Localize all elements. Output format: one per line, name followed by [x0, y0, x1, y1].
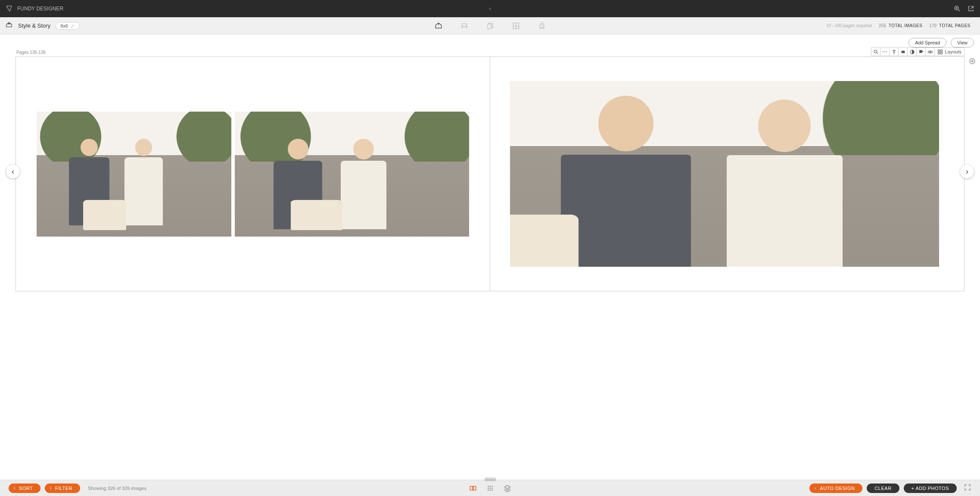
mode-label: Style & Story	[18, 22, 50, 29]
svg-rect-2	[462, 24, 467, 27]
tag-tool[interactable]	[916, 47, 926, 56]
collapse-down-icon[interactable]: ▼	[488, 6, 492, 11]
svg-rect-12	[941, 52, 943, 54]
photo-slot[interactable]	[37, 112, 231, 237]
album-size-pill[interactable]: 8x6	[56, 22, 80, 30]
layouts-button[interactable]: Layouts	[934, 47, 964, 56]
pencil-icon	[71, 24, 75, 28]
pages-label: Pages 135-136	[16, 50, 964, 55]
nav-stamp-icon[interactable]	[538, 22, 546, 30]
rect-tool[interactable]	[898, 47, 908, 56]
canvas: ⋯ T Layouts Pages 135-136	[0, 47, 980, 296]
contrast-tool[interactable]	[907, 47, 917, 56]
right-page[interactable]	[490, 57, 964, 291]
svg-point-1	[956, 7, 957, 9]
photo-slot[interactable]	[510, 81, 939, 267]
eye-tool[interactable]	[925, 47, 935, 56]
app-name: FUNDY DESIGNER	[17, 6, 63, 12]
view-button[interactable]: View	[951, 38, 974, 47]
svg-rect-3	[488, 24, 491, 28]
next-spread-button[interactable]: ›	[960, 165, 974, 178]
nav-layout-icon[interactable]	[512, 22, 520, 30]
action-row: Add Spread View	[0, 34, 980, 47]
nav-furniture-icon[interactable]	[460, 22, 469, 30]
left-page[interactable]	[16, 57, 490, 291]
subbar: Style & Story 8x6 10 - 100 pages require…	[0, 17, 980, 34]
spread	[16, 56, 964, 291]
topbar: FUNDY DESIGNER ▼	[0, 0, 980, 17]
nav-copy-icon[interactable]	[486, 22, 495, 30]
add-spread-button[interactable]: Add Spread	[908, 38, 946, 47]
photo-slot[interactable]	[235, 112, 469, 237]
svg-rect-6	[902, 50, 905, 53]
svg-rect-11	[938, 52, 940, 54]
external-link-icon[interactable]	[967, 5, 975, 12]
total-images-label: TOTAL IMAGES	[889, 23, 923, 28]
svg-point-8	[930, 51, 931, 52]
svg-point-5	[874, 50, 877, 53]
svg-rect-9	[938, 50, 940, 51]
total-pages-label: TOTAL PAGES	[939, 23, 971, 28]
total-pages-count: 170	[929, 23, 936, 28]
nav-design-icon[interactable]	[434, 22, 443, 30]
svg-point-0	[955, 6, 958, 10]
zoom-tool[interactable]	[871, 47, 880, 56]
search-icon[interactable]	[953, 5, 961, 12]
toolstrip: ⋯ T Layouts	[871, 47, 964, 56]
add-element-icon[interactable]	[969, 58, 976, 66]
svg-rect-10	[941, 50, 943, 51]
pages-required: 10 - 100 pages required	[826, 23, 872, 28]
prev-spread-button[interactable]: ‹	[6, 165, 20, 178]
fundy-logo-icon	[5, 5, 13, 12]
album-size: 8x6	[60, 23, 68, 28]
app-logo: FUNDY DESIGNER	[5, 5, 63, 12]
style-story-icon	[5, 21, 13, 30]
text-tool[interactable]: T	[889, 47, 899, 56]
layouts-label: Layouts	[945, 49, 961, 54]
total-images-count: 255	[879, 23, 886, 28]
more-tool[interactable]: ⋯	[880, 47, 890, 56]
